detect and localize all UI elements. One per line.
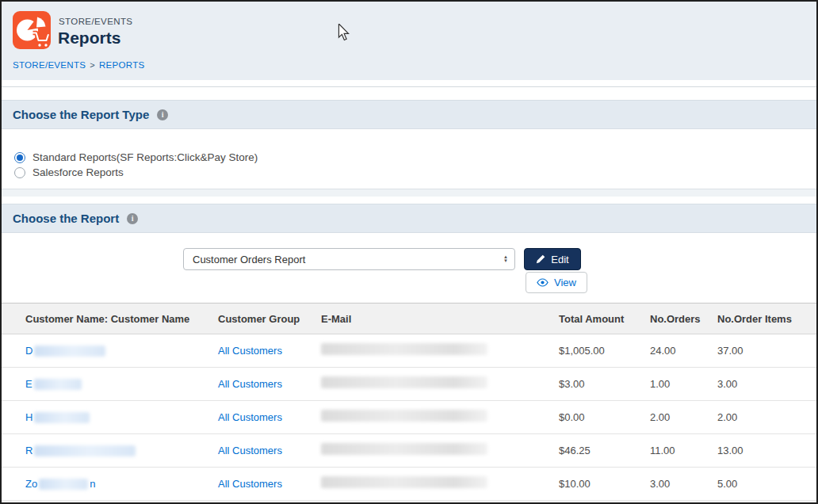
customer-name-link[interactable]: H bbox=[25, 411, 218, 423]
section-title-report-type: Choose the Report Type bbox=[13, 108, 149, 121]
no-order-items-cell: 13.00 bbox=[717, 445, 816, 456]
no-orders-cell: 1.00 bbox=[650, 378, 717, 390]
redacted-email bbox=[321, 443, 487, 455]
report-select[interactable]: Customer Orders Report ▲▼ bbox=[183, 248, 515, 270]
view-button-label: View bbox=[554, 277, 576, 288]
col-email: E-Mail bbox=[321, 313, 559, 325]
edit-button[interactable]: Edit bbox=[524, 248, 581, 270]
col-no-orders: No.Orders bbox=[650, 313, 717, 325]
section-header-report: Choose the Report i bbox=[2, 204, 816, 233]
col-customer-group: Customer Group bbox=[218, 313, 321, 325]
table-row: D All Customers $1,005.00 24.00 37.00 bbox=[2, 334, 816, 368]
section-header-report-type: Choose the Report Type i bbox=[2, 100, 816, 129]
redacted-name bbox=[34, 346, 105, 357]
customer-orders-table: Customer Name: Customer Name Customer Gr… bbox=[2, 303, 816, 501]
customer-group-link[interactable]: All Customers bbox=[218, 378, 321, 390]
redacted-email bbox=[321, 343, 487, 355]
page-title: Reports bbox=[58, 29, 120, 48]
total-amount-cell: $3.00 bbox=[559, 378, 650, 390]
no-order-items-cell: 2.00 bbox=[717, 411, 816, 423]
eye-icon bbox=[537, 278, 549, 287]
no-orders-cell: 2.00 bbox=[650, 411, 717, 423]
report-select-value: Customer Orders Report bbox=[193, 254, 503, 265]
no-order-items-cell: 3.00 bbox=[717, 378, 816, 390]
total-amount-cell: $46.25 bbox=[559, 445, 650, 456]
customer-name-link[interactable]: D bbox=[25, 345, 218, 357]
table-row: E All Customers $3.00 1.00 3.00 bbox=[2, 368, 816, 401]
section-title-report: Choose the Report bbox=[13, 212, 119, 225]
radio-label-standard: Standard Reports(SF Reports:Click&Pay St… bbox=[32, 151, 258, 163]
breadcrumb-reports[interactable]: REPORTS bbox=[99, 60, 144, 70]
table-row: Zon All Customers $10.00 3.00 5.00 bbox=[2, 468, 816, 501]
redacted-name bbox=[34, 412, 90, 423]
app-context-label: STORE/EVENTS bbox=[59, 17, 132, 26]
info-icon[interactable]: i bbox=[157, 109, 168, 120]
header-divider bbox=[2, 86, 816, 87]
section-gap bbox=[2, 189, 816, 197]
customer-name-link[interactable]: Zon bbox=[25, 478, 218, 490]
col-total-amount: Total Amount bbox=[559, 313, 650, 325]
no-order-items-cell: 37.00 bbox=[717, 345, 816, 357]
table-row: H All Customers $0.00 2.00 2.00 bbox=[2, 401, 816, 434]
customer-group-link[interactable]: All Customers bbox=[218, 411, 321, 423]
radio-standard-reports[interactable]: Standard Reports(SF Reports:Click&Pay St… bbox=[14, 151, 258, 163]
redacted-email bbox=[321, 476, 487, 488]
spinner-arrows-icon[interactable]: ▲▼ bbox=[503, 255, 508, 263]
total-amount-cell: $1,005.00 bbox=[559, 345, 650, 357]
redacted-email bbox=[321, 410, 487, 422]
redacted-name bbox=[34, 445, 136, 456]
redacted-email bbox=[321, 376, 487, 388]
table-header-row: Customer Name: Customer Name Customer Gr… bbox=[2, 303, 816, 334]
radio-button-unselected[interactable] bbox=[14, 167, 25, 178]
no-orders-cell: 11.00 bbox=[650, 445, 717, 456]
info-icon[interactable]: i bbox=[127, 213, 138, 224]
radio-label-salesforce: Salesforce Reports bbox=[32, 166, 124, 178]
radio-button-selected[interactable] bbox=[14, 152, 25, 163]
email-cell bbox=[321, 443, 559, 458]
customer-group-link[interactable]: All Customers bbox=[218, 445, 321, 456]
total-amount-cell: $10.00 bbox=[559, 478, 650, 490]
redacted-name bbox=[34, 379, 82, 390]
email-cell bbox=[321, 376, 559, 391]
no-orders-cell: 24.00 bbox=[650, 345, 717, 357]
breadcrumb-separator: > bbox=[90, 60, 95, 70]
email-cell bbox=[321, 476, 559, 491]
email-cell bbox=[321, 410, 559, 425]
total-amount-cell: $0.00 bbox=[559, 411, 650, 423]
no-orders-cell: 3.00 bbox=[650, 478, 717, 490]
redacted-name bbox=[39, 479, 88, 490]
col-no-order-items: No.Order Items bbox=[717, 313, 816, 325]
breadcrumb-store-events[interactable]: STORE/EVENTS bbox=[13, 60, 86, 70]
customer-group-link[interactable]: All Customers bbox=[218, 478, 321, 490]
reports-page: STORE/EVENTS Reports STORE/EVENTS>REPORT… bbox=[0, 0, 818, 504]
breadcrumb: STORE/EVENTS>REPORTS bbox=[13, 60, 144, 70]
view-button[interactable]: View bbox=[526, 272, 587, 293]
page-header: STORE/EVENTS Reports STORE/EVENTS>REPORT… bbox=[2, 2, 816, 80]
col-customer-name: Customer Name: Customer Name bbox=[25, 313, 218, 325]
customer-group-link[interactable]: All Customers bbox=[218, 345, 321, 357]
table-row: R All Customers $46.25 11.00 13.00 bbox=[2, 434, 816, 468]
customer-name-link[interactable]: R bbox=[25, 445, 218, 456]
customer-name-link[interactable]: E bbox=[25, 378, 218, 390]
email-cell bbox=[321, 343, 559, 358]
edit-button-label: Edit bbox=[551, 254, 568, 265]
pencil-icon bbox=[536, 254, 545, 264]
radio-salesforce-reports[interactable]: Salesforce Reports bbox=[14, 166, 124, 178]
no-order-items-cell: 5.00 bbox=[717, 478, 816, 490]
store-events-app-icon bbox=[13, 11, 51, 49]
